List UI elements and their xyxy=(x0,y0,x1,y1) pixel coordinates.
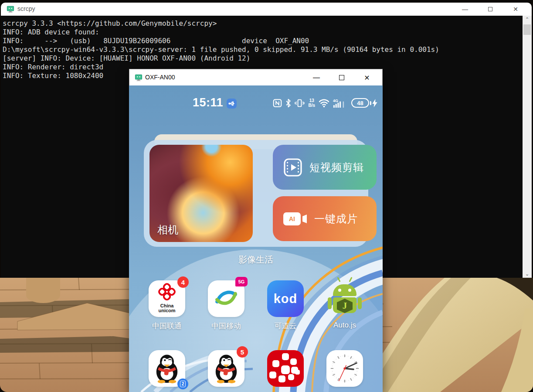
one-click-film-label: 一键成片 xyxy=(314,212,358,226)
image-life-widget-card: 相机 短视频剪辑 AI xyxy=(144,140,368,247)
terminal-line: D:\mysoft\scrcpy-win64-v3.3.3\scrcpy-ser… xyxy=(3,45,523,54)
battery-level: 48 xyxy=(351,98,369,108)
clone-app-badge: 2 xyxy=(177,378,188,389)
terminal-minimize-button[interactable]: — xyxy=(452,3,478,16)
widget-group-label: 影像生活 xyxy=(129,254,383,266)
terminal-title: scrcpy xyxy=(17,5,35,12)
notification-badge: 5 xyxy=(237,346,248,358)
terminal-line: INFO: ADB device found: xyxy=(3,28,523,37)
network-type-label: 4G xyxy=(333,98,338,102)
scrollbar-thumb[interactable] xyxy=(523,24,531,35)
terminal-scrollbar[interactable]: ⌃ ⌄ xyxy=(523,16,532,278)
phone-screen: 15:11 xyxy=(129,85,383,392)
app-clock[interactable] xyxy=(315,350,374,387)
short-video-edit-label: 短视频剪辑 xyxy=(309,160,364,174)
battery-nub xyxy=(370,101,371,105)
app-qq-clone[interactable]: 2 xyxy=(137,350,197,387)
usb-connection-icon xyxy=(227,99,237,109)
app-china-unicom[interactable]: China unicom 4 中国联通 xyxy=(137,280,197,331)
screen: scrcpy — ✕ scrcpy 3.3.3 <https://github.… xyxy=(0,0,533,392)
qq-penguin-icon xyxy=(213,354,240,383)
china-unicom-logo-icon xyxy=(157,283,177,303)
battery-indicator: 48 xyxy=(351,98,377,108)
charging-bolt-icon xyxy=(372,99,377,107)
network-speed-indicator: 13 B/s xyxy=(308,98,315,108)
scrollbar-down-icon[interactable]: ⌄ xyxy=(523,270,532,278)
android-device-icon xyxy=(135,74,143,82)
vibrate-icon xyxy=(295,99,305,108)
scrollbar-up-icon[interactable]: ⌃ xyxy=(523,16,532,23)
app-red-grid[interactable] xyxy=(256,350,315,387)
network-speed-value: 13 xyxy=(308,98,315,103)
terminal-maximize-button[interactable] xyxy=(478,3,503,16)
autojs-robot-icon: J xyxy=(326,280,363,317)
camera-widget[interactable]: 相机 xyxy=(149,145,253,242)
terminal-line: [server] INFO: Device: [HUAWEI] HONOR OX… xyxy=(3,54,523,63)
terminal-line: INFO: --> (usb) 8UJDU19B26009606 device … xyxy=(3,37,523,45)
ai-camera-icon: AI xyxy=(283,212,307,225)
nfc-icon xyxy=(273,99,282,108)
app-china-mobile[interactable]: 5G 中国移动 xyxy=(197,280,256,331)
network-speed-unit: B/s xyxy=(308,103,315,108)
ai-icon-text: AI xyxy=(283,212,301,225)
kod-wordmark: kod xyxy=(274,292,298,306)
phone-close-button[interactable]: ✕ xyxy=(354,69,380,86)
bluetooth-icon xyxy=(285,99,291,108)
wifi-icon xyxy=(319,99,329,108)
5g-badge: 5G xyxy=(235,277,248,286)
app-label: 中国移动 xyxy=(197,321,256,331)
phone-window-title: OXF-AN00 xyxy=(145,74,175,81)
app-label: Auto.js xyxy=(315,321,374,330)
terminal-titlebar[interactable]: scrcpy — ✕ xyxy=(1,3,532,16)
phone-window-titlebar[interactable]: OXF-AN00 — ✕ xyxy=(129,69,383,85)
analog-clock-icon xyxy=(326,350,363,387)
short-video-edit-button[interactable]: 短视频剪辑 xyxy=(273,145,377,190)
app-label: 中国联通 xyxy=(137,321,197,331)
status-bar-clock: 15:11 xyxy=(193,96,223,109)
phone-mirror-window: OXF-AN00 — ✕ 15:11 xyxy=(129,69,383,392)
qq-penguin-icon xyxy=(153,354,180,383)
phone-maximize-button[interactable] xyxy=(329,69,354,86)
one-click-film-button[interactable]: AI 一键成片 xyxy=(273,196,377,241)
camera-widget-label: 相机 xyxy=(157,223,178,237)
app-autojs[interactable]: J Auto.js xyxy=(315,280,374,330)
terminal-line: scrcpy 3.3.3 <https://github.com/Genymob… xyxy=(3,19,523,28)
notification-badge: 4 xyxy=(177,276,189,288)
cellular-signal-icon: 4G xyxy=(333,98,348,108)
red-grid-tiles-icon xyxy=(267,350,304,387)
china-unicom-wordmark: China unicom xyxy=(149,303,185,313)
app-kodcloud[interactable]: kod 可道云 xyxy=(256,280,315,331)
app-qq[interactable]: 5 xyxy=(197,350,256,387)
phone-minimize-button[interactable]: — xyxy=(304,69,329,86)
china-mobile-logo-icon xyxy=(214,286,238,311)
status-bar-indicators: 13 B/s 4G 48 xyxy=(273,97,377,109)
terminal-close-button[interactable]: ✕ xyxy=(503,3,528,16)
film-play-icon xyxy=(283,158,302,177)
scrcpy-app-icon xyxy=(7,5,14,13)
app-label: 可道云 xyxy=(256,321,315,331)
